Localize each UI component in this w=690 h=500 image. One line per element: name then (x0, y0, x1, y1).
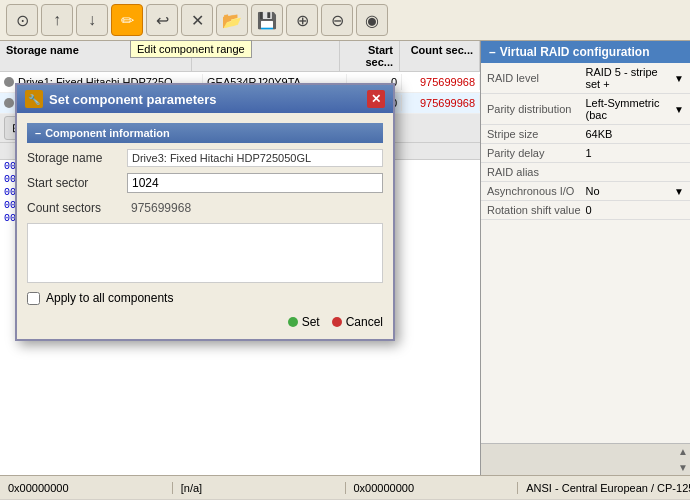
config-row-3: Parity delay 1 (481, 144, 690, 163)
status-seg-4: ANSI - Central European / CP-1250 (518, 482, 690, 494)
section-collapse-icon: – (35, 127, 41, 139)
toolbar-btn-down[interactable]: ↓ (76, 4, 108, 36)
config-label-2: Stripe size (487, 128, 586, 140)
toolbar-btn-remove[interactable]: ⊖ (321, 4, 353, 36)
collapse-icon: – (489, 45, 496, 59)
config-label-4: RAID alias (487, 166, 586, 178)
right-scrollbar[interactable]: ▲ (481, 443, 690, 459)
config-val-text-6: 0 (586, 204, 592, 216)
set-dot-icon (288, 317, 298, 327)
config-row-2: Stripe size 64KB (481, 125, 690, 144)
toolbar-btn-up[interactable]: ↑ (41, 4, 73, 36)
status-seg-2: [n/a] (173, 482, 346, 494)
config-value-1: Left-Symmetric (bac ▼ (586, 97, 685, 121)
storage-name-value: Drive3: Fixed Hitachi HDP725050GL (127, 149, 383, 167)
right-panel: – Virtual RAID configuration RAID level … (480, 41, 690, 475)
config-label-0: RAID level (487, 72, 586, 84)
config-val-text-3: 1 (586, 147, 592, 159)
config-row-6: Rotation shift value 0 (481, 201, 690, 220)
config-row-0: RAID level RAID 5 - stripe set + ▼ (481, 63, 690, 94)
main-area: Storage name Start sec... Count sec... D… (0, 41, 690, 475)
config-label-3: Parity delay (487, 147, 586, 159)
dialog-icon: 🔧 (25, 90, 43, 108)
apply-all-checkbox[interactable] (27, 292, 40, 305)
cancel-label: Cancel (346, 315, 383, 329)
toolbar-btn-undo[interactable]: ↩ (146, 4, 178, 36)
storage-name-label: Storage name (27, 151, 127, 165)
config-dropdown-1[interactable]: ▼ (674, 104, 684, 115)
toolbar-btn-edit[interactable]: ✏ (111, 4, 143, 36)
toolbar-btn-layers[interactable]: ⊕ (286, 4, 318, 36)
config-label-1: Parity distribution (487, 103, 586, 115)
toolbar-btn-close[interactable]: ✕ (181, 4, 213, 36)
cancel-button[interactable]: Cancel (332, 315, 383, 329)
note-area[interactable] (27, 223, 383, 283)
config-label-5: Asynchronous I/O (487, 185, 586, 197)
dialog-titlebar: 🔧 Set component parameters ✕ (17, 85, 393, 113)
config-value-5: No ▼ (586, 185, 685, 197)
dialog-title: Set component parameters (49, 92, 367, 107)
dialog-buttons: Set Cancel (27, 315, 383, 329)
col-header-start: Start sec... (340, 41, 400, 71)
storage-name-row: Storage name Drive3: Fixed Hitachi HDP72… (27, 149, 383, 167)
toolbar-btn-circle[interactable]: ◉ (356, 4, 388, 36)
drive-count-1: 975699968 (402, 74, 480, 90)
col-header-count: Count sec... (400, 41, 480, 71)
virtual-raid-header: – Virtual RAID configuration (481, 41, 690, 63)
config-row-5: Asynchronous I/O No ▼ (481, 182, 690, 201)
config-value-0: RAID 5 - stripe set + ▼ (586, 66, 685, 90)
toolbar-btn-open[interactable]: 📂 (216, 4, 248, 36)
set-component-dialog: 🔧 Set component parameters ✕ – Component… (15, 83, 395, 341)
dialog-body: – Component information Storage name Dri… (17, 113, 393, 339)
count-sectors-label: Count sectors (27, 201, 127, 215)
config-val-text-1: Left-Symmetric (bac (586, 97, 675, 121)
apply-all-row: Apply to all components (27, 291, 383, 305)
edit-component-tooltip: Edit component range (130, 40, 252, 58)
config-val-text-5: No (586, 185, 600, 197)
start-sector-label: Start sector (27, 176, 127, 190)
set-label: Set (302, 315, 320, 329)
cancel-dot-icon (332, 317, 342, 327)
drive-dot-2 (4, 98, 14, 108)
start-sector-row: Start sector (27, 173, 383, 193)
toolbar-btn-logo[interactable]: ⊙ (6, 4, 38, 36)
count-sectors-value: 975699968 (127, 199, 383, 217)
config-label-6: Rotation shift value (487, 204, 586, 216)
toolbar-btn-save[interactable]: 💾 (251, 4, 283, 36)
section-header-label: Component information (45, 127, 170, 139)
right-scrollbar-down[interactable]: ▼ (481, 459, 690, 475)
dialog-close-button[interactable]: ✕ (367, 90, 385, 108)
count-sectors-row: Count sectors 975699968 (27, 199, 383, 217)
config-row-1: Parity distribution Left-Symmetric (bac … (481, 94, 690, 125)
config-value-3: 1 (586, 147, 685, 159)
config-value-2: 64KB (586, 128, 685, 140)
main-toolbar: ⊙ ↑ ↓ ✏ ↩ ✕ 📂 💾 ⊕ ⊖ ◉ Edit component ran… (0, 0, 690, 41)
dialog-overlay: 🔧 Set component parameters ✕ – Component… (15, 83, 395, 341)
status-seg-3: 0x00000000 (346, 482, 519, 494)
start-sector-input[interactable] (127, 173, 383, 193)
config-val-text-2: 64KB (586, 128, 613, 140)
virtual-raid-title: Virtual RAID configuration (500, 45, 650, 59)
config-val-text-0: RAID 5 - stripe set + (586, 66, 675, 90)
status-seg-1: 0x00000000 (0, 482, 173, 494)
drive-dot-1 (4, 77, 14, 87)
drive-count-2: 975699968 (402, 95, 480, 111)
config-dropdown-0[interactable]: ▼ (674, 73, 684, 84)
apply-all-label: Apply to all components (46, 291, 173, 305)
config-dropdown-5[interactable]: ▼ (674, 186, 684, 197)
status-bar: 0x00000000 [n/a] 0x00000000 ANSI - Centr… (0, 475, 690, 499)
config-value-6: 0 (586, 204, 685, 216)
set-button[interactable]: Set (288, 315, 320, 329)
component-info-header: – Component information (27, 123, 383, 143)
config-row-4: RAID alias (481, 163, 690, 182)
